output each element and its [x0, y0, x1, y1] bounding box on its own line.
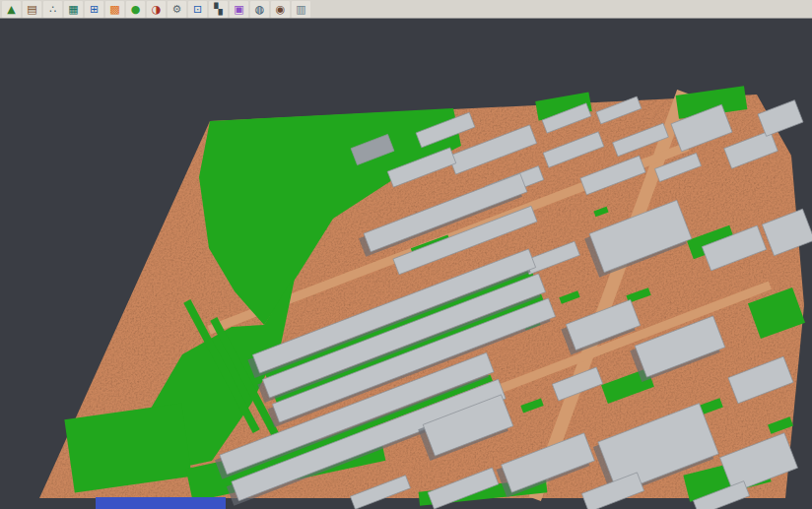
checker-icon[interactable]: ▚: [209, 1, 228, 18]
palette-icon[interactable]: ▣: [230, 1, 248, 18]
shading-icon[interactable]: ◑: [147, 1, 166, 18]
main-toolbar: ▲▤∴▦⊞▩●◑⚙⊡▚▣◍◉▥: [0, 0, 812, 19]
layers-icon[interactable]: ▤: [23, 1, 41, 18]
point-cloud-icon[interactable]: ∴: [43, 1, 62, 18]
terrain-icon[interactable]: ▲: [2, 1, 21, 18]
blue-bar: [96, 497, 226, 509]
snapshot-icon[interactable]: ◉: [271, 1, 290, 18]
settings-icon[interactable]: ⚙: [168, 1, 186, 18]
application-window: ▲▤∴▦⊞▩●◑⚙⊡▚▣◍◉▥: [0, 0, 812, 509]
point-cloud-scene[interactable]: [0, 0, 812, 509]
grid-icon[interactable]: ⊞: [85, 1, 103, 18]
3d-viewport[interactable]: [0, 0, 812, 509]
globe-icon[interactable]: ◍: [250, 1, 269, 18]
sphere-icon[interactable]: ●: [126, 1, 145, 18]
fit-view-icon[interactable]: ⊡: [188, 1, 207, 18]
texture-icon[interactable]: ▩: [105, 1, 124, 18]
histogram-icon[interactable]: ▥: [292, 1, 310, 18]
mesh-icon[interactable]: ▦: [64, 1, 83, 18]
